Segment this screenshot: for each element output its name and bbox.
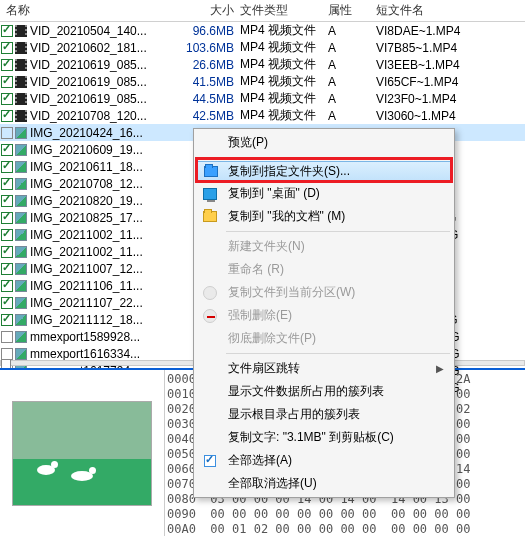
file-name: IMG_20211112_18... — [30, 313, 180, 327]
image-file-icon — [14, 160, 28, 174]
file-attr: A — [328, 24, 376, 38]
file-name: IMG_20210609_19... — [30, 143, 180, 157]
image-file-icon — [14, 126, 28, 140]
file-name: IMG_20210611_18... — [30, 160, 180, 174]
file-type: MP4 视频文件 — [240, 90, 328, 107]
row-checkbox[interactable] — [0, 42, 14, 54]
menu-jump-sector[interactable]: 文件扇区跳转▶ — [196, 357, 452, 380]
file-size: 44.5MB — [180, 92, 240, 106]
col-type[interactable]: 文件类型 — [240, 2, 328, 19]
menu-copy-desktop[interactable]: 复制到 "桌面" (D) — [196, 182, 452, 205]
col-size[interactable]: 大小 — [180, 2, 240, 19]
file-shortname: VI65CF~1.MP4 — [376, 75, 525, 89]
file-size: 96.6MB — [180, 24, 240, 38]
file-name: IMG_20211002_11... — [30, 228, 180, 242]
row-checkbox[interactable] — [0, 297, 14, 309]
file-name: VID_20210619_085... — [30, 75, 180, 89]
table-row[interactable]: VID_20210602_181...103.6MBMP4 视频文件AVI7B8… — [0, 39, 525, 56]
file-name: IMG_20210424_16... — [30, 126, 180, 140]
row-checkbox[interactable] — [0, 25, 14, 37]
table-row[interactable]: VID_20210504_140...96.6MBMP4 视频文件AVI8DAE… — [0, 22, 525, 39]
row-checkbox[interactable] — [0, 161, 14, 173]
row-checkbox[interactable] — [0, 59, 14, 71]
file-name: VID_20210619_085... — [30, 58, 180, 72]
file-attr: A — [328, 75, 376, 89]
file-name: VID_20210504_140... — [30, 24, 180, 38]
desktop-icon — [202, 186, 218, 202]
table-row[interactable]: VID_20210708_120...42.5MBMP4 视频文件AVI3060… — [0, 107, 525, 124]
table-row[interactable]: VID_20210619_085...44.5MBMP4 视频文件AVI23F0… — [0, 90, 525, 107]
video-file-icon — [14, 58, 28, 72]
video-file-icon — [14, 109, 28, 123]
file-size: 41.5MB — [180, 75, 240, 89]
row-checkbox[interactable] — [0, 229, 14, 241]
row-checkbox[interactable] — [0, 144, 14, 156]
video-file-icon — [14, 75, 28, 89]
file-name: IMG_20211002_11... — [30, 245, 180, 259]
file-size: 26.6MB — [180, 58, 240, 72]
file-shortname: VI23F0~1.MP4 — [376, 92, 525, 106]
file-type: MP4 视频文件 — [240, 22, 328, 39]
row-checkbox[interactable] — [0, 331, 14, 343]
menu-preview[interactable]: 预览(P) — [196, 131, 452, 154]
image-file-icon — [14, 228, 28, 242]
row-checkbox[interactable] — [0, 246, 14, 258]
row-checkbox[interactable] — [0, 127, 14, 139]
image-file-icon — [14, 211, 28, 225]
folder-icon — [202, 209, 218, 225]
file-name: IMG_20210708_12... — [30, 177, 180, 191]
image-file-icon — [14, 177, 28, 191]
menu-select-all[interactable]: 全部选择(A) — [196, 449, 452, 472]
menu-copy-text[interactable]: 复制文字: "3.1MB" 到剪贴板(C) — [196, 426, 452, 449]
file-type: MP4 视频文件 — [240, 56, 328, 73]
image-file-icon — [14, 330, 28, 344]
video-file-icon — [14, 92, 28, 106]
check-icon — [202, 453, 218, 469]
menu-perm-delete: 彻底删除文件(P) — [196, 327, 452, 350]
table-row[interactable]: VID_20210619_085...41.5MBMP4 视频文件AVI65CF… — [0, 73, 525, 90]
image-file-icon — [14, 262, 28, 276]
menu-deselect-all[interactable]: 全部取消选择(U) — [196, 472, 452, 495]
row-checkbox[interactable] — [0, 110, 14, 122]
menu-copy-to-folder[interactable]: 复制到指定文件夹(S)... — [196, 161, 452, 182]
file-name: IMG_20211007_12... — [30, 262, 180, 276]
table-row[interactable]: VID_20210619_085...26.6MBMP4 视频文件AVI3EEB… — [0, 56, 525, 73]
file-shortname: VI3060~1.MP4 — [376, 109, 525, 123]
file-size: 42.5MB — [180, 109, 240, 123]
file-name: VID_20210619_085... — [30, 92, 180, 106]
row-checkbox[interactable] — [0, 263, 14, 275]
row-checkbox[interactable] — [0, 195, 14, 207]
file-name: IMG_20210825_17... — [30, 211, 180, 225]
file-size: 103.6MB — [180, 41, 240, 55]
file-name: VID_20210708_120... — [30, 109, 180, 123]
image-file-icon — [14, 245, 28, 259]
row-checkbox[interactable] — [0, 212, 14, 224]
menu-rename: 重命名 (R) — [196, 258, 452, 281]
file-name: IMG_20211106_11... — [30, 279, 180, 293]
image-file-icon — [14, 279, 28, 293]
row-checkbox[interactable] — [0, 93, 14, 105]
file-shortname: VI3EEB~1.MP4 — [376, 58, 525, 72]
menu-copy-docs[interactable]: 复制到 "我的文档" (M) — [196, 205, 452, 228]
disk-icon — [202, 285, 218, 301]
file-shortname: VI7B85~1.MP4 — [376, 41, 525, 55]
file-name: VID_20210602_181... — [30, 41, 180, 55]
col-short[interactable]: 短文件名 — [376, 2, 525, 19]
context-menu: 预览(P) 复制到指定文件夹(S)... 复制到 "桌面" (D) 复制到 "我… — [193, 128, 455, 498]
row-checkbox[interactable] — [0, 314, 14, 326]
image-file-icon — [14, 194, 28, 208]
col-attr[interactable]: 属性 — [328, 2, 376, 19]
video-file-icon — [14, 24, 28, 38]
row-checkbox[interactable] — [0, 178, 14, 190]
menu-new-folder: 新建文件夹(N) — [196, 235, 452, 258]
file-name: mmexport1589928... — [30, 330, 180, 344]
file-attr: A — [328, 92, 376, 106]
menu-show-root-cluster[interactable]: 显示根目录占用的簇列表 — [196, 403, 452, 426]
row-checkbox[interactable] — [0, 280, 14, 292]
submenu-arrow-icon: ▶ — [436, 363, 444, 374]
file-attr: A — [328, 58, 376, 72]
col-name[interactable]: 名称 — [6, 2, 180, 19]
file-type: MP4 视频文件 — [240, 39, 328, 56]
row-checkbox[interactable] — [0, 76, 14, 88]
menu-show-cluster[interactable]: 显示文件数据所占用的簇列表 — [196, 380, 452, 403]
